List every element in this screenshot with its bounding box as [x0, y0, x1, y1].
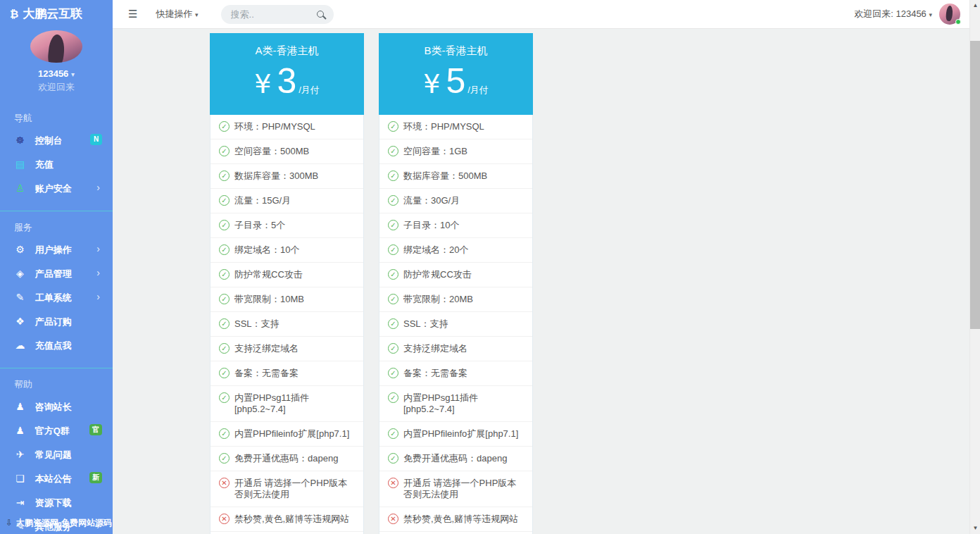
feature-text: 防护常规CC攻击: [403, 269, 472, 280]
feature-status-icon: [219, 318, 230, 329]
feature-row: 禁秒赞,黄色,赌博等违规网站: [211, 507, 363, 531]
feature-status-icon: [219, 170, 230, 181]
search-bar: [221, 5, 334, 24]
sidebar-item-recharge-here[interactable]: ☁ 充值点我: [0, 334, 113, 358]
status-badge: 新: [89, 472, 102, 483]
chevron-right-icon: ›: [96, 291, 100, 302]
card-header: A类-香港主机 ¥ 3 /月付: [210, 33, 364, 115]
feature-status-icon: [388, 220, 398, 230]
sidebar-item-account-security[interactable]: ♙ 账户安全 ›: [0, 177, 113, 201]
sidebar-item-recharge[interactable]: ▤ 充值: [0, 153, 113, 177]
feature-row: 流量：15G/月: [211, 188, 363, 213]
avatar[interactable]: [939, 4, 960, 25]
sidebar-user-box: 123456 ▾ 欢迎回来: [0, 28, 113, 102]
search-button[interactable]: [317, 9, 327, 20]
feature-status-icon: [388, 121, 398, 132]
menu-toggle-icon[interactable]: ☰: [128, 8, 137, 20]
feature-status-icon: [219, 368, 230, 378]
vertical-scrollbar[interactable]: ▲ ▼: [969, 0, 980, 534]
feature-status-icon: [219, 428, 230, 439]
sidebar-section-services: 服务 ⚙ 用户操作 › ◈ 产品管理 › ✎ 工单系统: [0, 211, 113, 364]
feature-status-icon: [388, 244, 398, 255]
sidebar-item-resource-download[interactable]: ⇥ 资源下载: [0, 491, 113, 515]
feature-status-icon: [219, 453, 230, 464]
feature-status-icon: [388, 514, 398, 524]
scrollbar-thumb[interactable]: [970, 41, 980, 329]
feature-row: 内置PHPsg11插件[php5.2~7.4]: [211, 385, 363, 421]
sidebar-item-product-order[interactable]: ❖ 产品订购: [0, 310, 113, 334]
scrollbar-down-button[interactable]: ▼: [970, 523, 980, 533]
sidebar-item-label: 本站公告: [35, 473, 72, 484]
sidebar-item-product-management[interactable]: ◈ 产品管理 ›: [0, 262, 113, 286]
currency-symbol: ¥: [254, 68, 271, 99]
feature-row: 数据库容量：300MB: [211, 163, 363, 188]
section-label: 导航: [0, 105, 113, 129]
card-footer: 订购产品: [211, 531, 363, 534]
sidebar-item-label: 充值: [35, 159, 54, 170]
sidebar-item-faq[interactable]: ✈ 常见问题: [0, 443, 113, 467]
sidebar-item-official-qq-group[interactable]: ♟ 官方Q群 官: [0, 419, 113, 443]
feature-status-icon: [219, 514, 230, 524]
feature-status-icon: [219, 392, 230, 403]
feature-row: 子目录：5个: [211, 213, 363, 237]
feature-row: 内置PHPfileinfo扩展[php7.1]: [379, 421, 532, 446]
sidebar-item-icon: ♙: [14, 182, 26, 194]
feature-text: 禁秒赞,黄色,赌博等违规网站: [403, 514, 518, 525]
status-badge: 官: [89, 424, 102, 435]
feature-status-icon: [388, 368, 398, 378]
quick-actions-dropdown[interactable]: 快捷操作 ▾: [156, 8, 198, 20]
feature-text: 流量：15G/月: [234, 195, 291, 206]
feature-text: 带宽限制：20MB: [403, 294, 473, 305]
sidebar-item-label: 控制台: [35, 135, 63, 146]
feature-row: 开通后 请选择一个PHP版本 否则无法使用: [211, 471, 363, 507]
sidebar-item-contact-webmaster[interactable]: ♟ 咨询站长: [0, 395, 113, 419]
sidebar-item-user-operations[interactable]: ⚙ 用户操作 ›: [0, 238, 113, 262]
download-circle-icon: ⇩: [6, 518, 13, 528]
scrollbar-up-button[interactable]: ▲: [970, 1, 980, 11]
feature-text: 流量：30G/月: [403, 195, 460, 206]
sidebar-item-site-announcement[interactable]: ❏ 本站公告 新: [0, 467, 113, 491]
feature-row: 开通后 请选择一个PHP版本 否则无法使用: [379, 471, 532, 507]
sidebar-item-icon: ♟: [14, 425, 26, 436]
feature-status-icon: [388, 318, 398, 329]
feature-status-icon: [388, 269, 398, 280]
feature-text: 内置PHPfileinfo扩展[php7.1]: [403, 428, 518, 440]
sidebar-item-label: 工单系统: [35, 292, 72, 303]
sidebar-item-console[interactable]: ☸ 控制台 N: [0, 129, 113, 153]
feature-status-icon: [219, 146, 230, 156]
card-header: B类-香港主机 ¥ 5 /月付: [379, 33, 533, 115]
sidebar-item-icon: ⇥: [14, 497, 26, 508]
feature-status-icon: [388, 195, 398, 206]
feature-status-icon: [388, 392, 398, 403]
feature-row: 空间容量：500MB: [211, 139, 363, 163]
section-label: 服务: [0, 214, 113, 238]
sidebar-footer-link[interactable]: ⇩大鹏资源网-免费网站源码: [0, 512, 113, 534]
price-period: /月付: [467, 84, 489, 97]
chevron-right-icon: ›: [96, 243, 100, 254]
feature-row: 环境：PHP/MYSQL: [211, 115, 363, 139]
feature-text: 带宽限制：10MB: [234, 294, 304, 305]
plan-title: B类-香港主机: [379, 44, 533, 58]
feature-text: 防护常规CC攻击: [234, 269, 303, 280]
sidebar-item-label: 产品订购: [35, 316, 72, 327]
feature-row: 子目录：10个: [379, 213, 532, 237]
brand-link[interactable]: ₿大鹏云互联: [0, 0, 113, 28]
username-dropdown[interactable]: 123456 ▾: [0, 68, 113, 79]
sidebar-item-label: 资源下载: [35, 497, 72, 508]
feature-status-icon: [219, 294, 230, 304]
chevron-right-icon: ›: [96, 267, 100, 278]
avatar[interactable]: [30, 30, 82, 63]
feature-text: 开通后 请选择一个PHP版本 否则无法使用: [403, 478, 524, 500]
user-menu[interactable]: 欢迎回来: 123456 ▾: [854, 8, 932, 20]
plan-price: ¥ 3 /月付: [210, 61, 364, 101]
feature-row: 绑定域名：10个: [211, 237, 363, 262]
feature-row: SSL：支持: [211, 311, 363, 336]
sidebar-item-label: 用户操作: [35, 244, 72, 255]
feature-status-icon: [388, 170, 398, 181]
plan-title: A类-香港主机: [210, 44, 364, 58]
feature-text: 空间容量：500MB: [234, 146, 309, 157]
chevron-down-icon: ▾: [71, 70, 75, 78]
feature-text: 禁秒赞,黄色,赌博等违规网站: [234, 514, 349, 525]
sidebar-item-ticket-system[interactable]: ✎ 工单系统 ›: [0, 286, 113, 310]
topbar-right: 欢迎回来: 123456 ▾: [854, 4, 969, 25]
